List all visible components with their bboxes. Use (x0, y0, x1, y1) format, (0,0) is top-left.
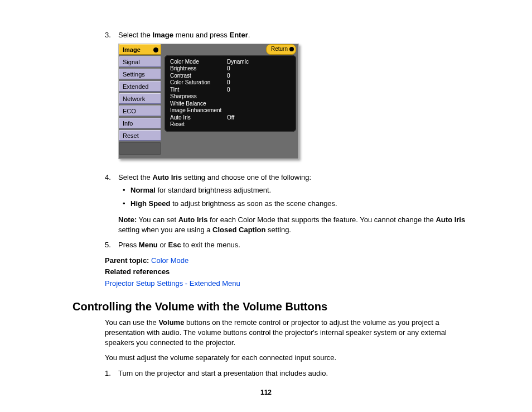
step-3: 3. Select the Image menu and press Enter… (118, 30, 476, 159)
projector-menu-figure: Image Signal Settings Extended Network E… (118, 44, 299, 159)
step-number: 1. (105, 368, 111, 379)
menu-tab-settings: Settings (119, 69, 161, 79)
volume-para-2: You must adjust the volume separately fo… (105, 353, 476, 363)
setting-reset: Reset (170, 121, 291, 128)
menu-tab-extended: Extended (119, 81, 161, 92)
step-number: 5. (105, 240, 111, 250)
step-4: 4. Select the Auto Iris setting and choo… (118, 173, 476, 235)
volume-para-1: You can use the Volume buttons on the re… (105, 318, 476, 347)
setting-color-saturation: Color Saturation0 (170, 79, 291, 87)
note-auto-iris: Note: You can set Auto Iris for each Col… (118, 215, 476, 234)
setting-tint: Tint0 (170, 87, 291, 94)
setting-brightness: Brightness0 (170, 65, 291, 73)
related-references-label: Related references (105, 267, 476, 277)
step-text: Select the Auto Iris setting and choose … (118, 173, 311, 181)
step-text: Select the Image menu and press Enter. (118, 31, 250, 39)
menu-tab-signal: Signal (119, 56, 161, 67)
setting-contrast: Contrast0 (170, 73, 291, 80)
setting-sharpness: Sharpness (170, 93, 291, 100)
page-number: 112 (0, 389, 532, 396)
menu-sidebar: Image Signal Settings Extended Network E… (119, 44, 161, 155)
menu-main: Return Color ModeDynamic Brightness0 Con… (165, 44, 296, 156)
step-number: 3. (105, 30, 111, 40)
setting-auto-iris: Auto IrisOff (170, 114, 291, 122)
settings-panel: Color ModeDynamic Brightness0 Contrast0 … (165, 55, 296, 132)
setting-color-mode: Color ModeDynamic (170, 59, 291, 66)
bullet-normal: Normal for standard brightness adjustmen… (130, 185, 476, 195)
menu-tab-eco: ECO (119, 106, 161, 116)
parent-topic-line: Parent topic: Color Mode (105, 256, 476, 266)
parent-topic-link[interactable]: Color Mode (151, 256, 188, 265)
setting-image-enhancement: Image Enhancement (170, 107, 291, 114)
menu-tab-info: Info (119, 118, 161, 128)
step-text: Turn on the projector and start a presen… (118, 369, 328, 377)
menu-tab-image: Image (119, 44, 161, 55)
step-5: 5. Press Menu or Esc to exit the menus. (118, 240, 476, 250)
volume-step-1: 1. Turn on the projector and start a pre… (118, 368, 476, 379)
bullet-high-speed: High Speed to adjust brightness as soon … (130, 199, 476, 209)
menu-tab-network: Network (119, 93, 161, 104)
setting-white-balance: White Balance (170, 100, 291, 108)
step-number: 4. (105, 173, 111, 183)
section-title: Controlling the Volume with the Volume B… (72, 300, 476, 313)
step-text: Press Menu or Esc to exit the menus. (118, 241, 240, 249)
menu-sidebar-spacer (119, 142, 161, 155)
return-button: Return (266, 44, 296, 55)
menu-tab-reset: Reset (119, 130, 161, 141)
related-references-link[interactable]: Projector Setup Settings - Extended Menu (105, 279, 240, 288)
